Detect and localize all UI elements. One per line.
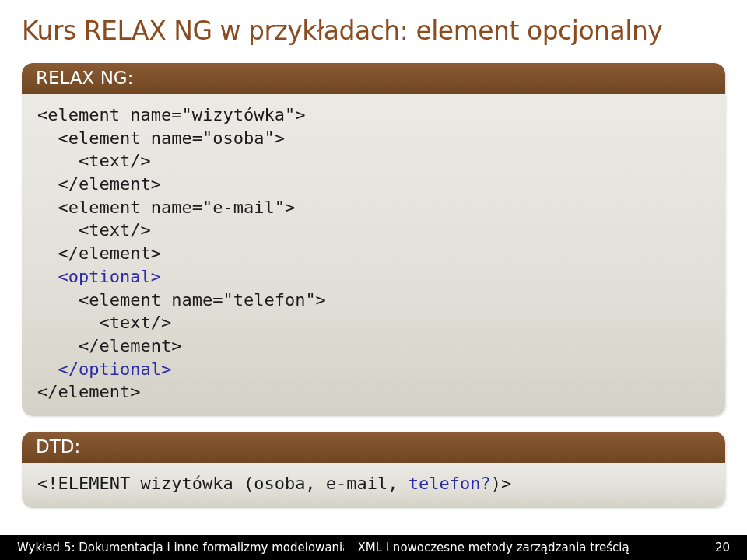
code-line: </element>	[37, 334, 710, 358]
dtd-body: <!ELEMENT wizytówka (osoba, e-mail, tele…	[22, 463, 725, 508]
relax-ng-header: RELAX NG:	[22, 63, 725, 94]
relax-ng-body: <element name="wizytówka"> <element name…	[22, 94, 725, 416]
dtd-block: DTD: <!ELEMENT wizytówka (osoba, e-mail,…	[22, 432, 725, 508]
code-line: <element name="e-mail">	[37, 196, 710, 219]
footer: Wykład 5: Dokumentacja i inne formalizmy…	[0, 535, 747, 560]
code-line: </element>	[37, 242, 710, 265]
slide: Kurs RELAX NG w przykładach: element opc…	[0, 0, 747, 560]
footer-page-number: 20	[708, 541, 747, 555]
relax-ng-block: RELAX NG: <element name="wizytówka"> <el…	[22, 63, 725, 416]
relax-ng-code: <element name="wizytówka"> <element name…	[37, 103, 710, 404]
dtd-code: <!ELEMENT wizytówka (osoba, e-mail, tele…	[37, 472, 710, 495]
code-line: <text/>	[37, 219, 710, 242]
code-line: <element name="wizytówka">	[37, 103, 710, 127]
code-line: <text/>	[37, 311, 710, 334]
code-line: <optional>	[37, 265, 710, 289]
code-line: <!ELEMENT wizytówka (osoba, e-mail, tele…	[37, 472, 710, 495]
code-line: </optional>	[37, 358, 710, 381]
dtd-header: DTD:	[22, 432, 725, 463]
code-line: </element>	[37, 380, 710, 404]
code-line: <element name="osoba">	[37, 127, 710, 150]
code-line: <element name="telefon">	[37, 289, 710, 312]
code-line: </element>	[37, 173, 710, 196]
slide-title: Kurs RELAX NG w przykładach: element opc…	[22, 16, 725, 46]
footer-right: XML i nowoczesne metody zarządzania treś…	[344, 541, 708, 555]
code-keyword: <optional>	[58, 267, 161, 286]
footer-left: Wykład 5: Dokumentacja i inne formalizmy…	[0, 541, 344, 555]
code-line: <text/>	[37, 149, 710, 173]
code-keyword: telefon?	[409, 474, 491, 493]
code-keyword: </optional>	[58, 359, 172, 379]
